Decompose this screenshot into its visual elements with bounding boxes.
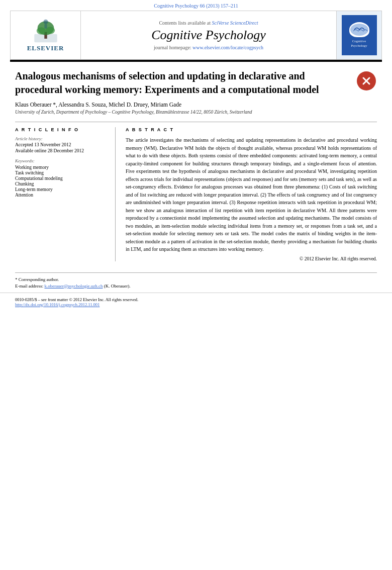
doi-line[interactable]: http://dx.doi.org/10.1016/j.cogpsych.201… [15, 302, 138, 307]
cover-title: Cognitive Psychology [345, 39, 374, 48]
journal-header: ELSEVIER Contents lists available at Sci… [10, 11, 382, 60]
svg-point-4 [46, 27, 55, 34]
page-footer: * Corresponding author. E-mail address: … [15, 272, 377, 289]
journal-cover: Cognitive Psychology [342, 15, 377, 55]
footnote-email: E-mail address: k.oberauer@psychologie.u… [15, 283, 377, 289]
two-col-section: A R T I C L E I N F O Article history: A… [15, 122, 377, 261]
accepted-date: Accepted 13 November 2012 [15, 142, 110, 147]
citation-bar: Cognitive Psychology 66 (2013) 157–211 [0, 0, 392, 11]
abstract-text: The article investigates the mechanisms … [126, 136, 377, 253]
article-title: Analogous mechanisms of selection and up… [15, 69, 352, 97]
cover-brain-graphic [349, 22, 369, 37]
history-label: Article history: [15, 136, 110, 141]
abstract-heading: A B S T R A C T [126, 127, 377, 132]
svg-point-5 [43, 20, 48, 24]
title-section: Analogous mechanisms of selection and up… [15, 69, 377, 97]
elsevier-logo-section: ELSEVIER [11, 11, 81, 59]
citation-text: Cognitive Psychology 66 (2013) 157–211 [154, 3, 238, 9]
journal-cover-section: Cognitive Psychology [336, 11, 381, 59]
elsevier-name: ELSEVIER [27, 44, 64, 52]
svg-point-3 [36, 27, 45, 35]
bottom-bar: 0010-0285/$ – see front matter © 2012 El… [0, 293, 392, 310]
authors-text: Klaus Oberauer *, Alessandra S. Souza, M… [15, 102, 181, 108]
journal-info-section: Contents lists available at SciVerse Sci… [81, 11, 336, 59]
elsevier-tree-icon [31, 18, 61, 43]
keyword-2: Task switching [15, 170, 110, 175]
keyword-6: Attention [15, 193, 110, 198]
elsevier-logo: ELSEVIER [27, 18, 64, 52]
keyword-4: Chunking [15, 181, 110, 186]
keywords-section: Keywords: Working memory Task switching … [15, 158, 110, 198]
homepage-url[interactable]: www.elsevier.com/locate/cogpsych [192, 45, 263, 50]
keywords-label: Keywords: [15, 158, 110, 163]
keyword-1: Working memory [15, 165, 110, 170]
crossmark-icon[interactable] [357, 71, 376, 90]
keyword-3: Computational modeling [15, 176, 110, 181]
article-content: Analogous mechanisms of selection and up… [0, 62, 392, 266]
abstract-column: A B S T R A C T The article investigates… [126, 127, 377, 261]
homepage-line: journal homepage: www.elsevier.com/locat… [154, 45, 263, 50]
page-wrapper: Cognitive Psychology 66 (2013) 157–211 [0, 0, 392, 310]
svg-rect-6 [44, 24, 47, 29]
sciverse-line: Contents lists available at SciVerse Sci… [159, 20, 258, 26]
article-info-heading: A R T I C L E I N F O [15, 127, 110, 132]
crossmark-logo[interactable] [357, 71, 377, 91]
keyword-5: Long-term memory [15, 187, 110, 192]
bottom-left: 0010-0285/$ – see front matter © 2012 El… [15, 297, 138, 307]
available-date: Available online 28 December 2012 [15, 148, 110, 153]
footnote-star: * Corresponding author. [15, 277, 377, 282]
email-link[interactable]: k.oberauer@psychologie.uzh.ch [44, 283, 103, 289]
sciverse-link[interactable]: SciVerse ScienceDirect [212, 20, 258, 26]
issn-line: 0010-0285/$ – see front matter © 2012 El… [15, 297, 138, 302]
article-info-column: A R T I C L E I N F O Article history: A… [15, 127, 116, 261]
authors-line: Klaus Oberauer *, Alessandra S. Souza, M… [15, 102, 377, 108]
copyright-line: © 2012 Elsevier Inc. All rights reserved… [126, 256, 377, 261]
affiliation-line: University of Zurich, Department of Psyc… [15, 110, 377, 115]
journal-title: Cognitive Psychology [151, 28, 265, 43]
